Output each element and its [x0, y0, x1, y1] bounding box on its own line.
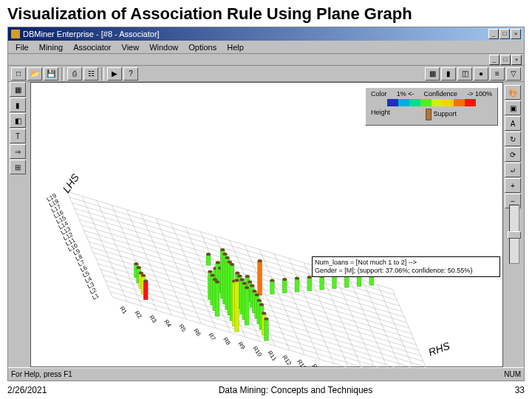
menu-file[interactable]: File [11, 42, 33, 52]
svg-point-123 [252, 290, 256, 293]
view-bar-icon[interactable]: ▮ [10, 98, 26, 112]
svg-point-131 [222, 253, 227, 256]
svg-text:R11: R11 [266, 349, 278, 363]
ball-icon[interactable]: ● [474, 67, 488, 81]
svg-point-129 [255, 293, 259, 296]
svg-rect-94 [320, 276, 324, 290]
legend-scale-mid: Confidence [424, 90, 458, 98]
svg-point-117 [250, 284, 254, 287]
save-icon[interactable]: 💾 [44, 67, 58, 81]
svg-point-101 [282, 278, 287, 281]
svg-point-97 [307, 276, 312, 279]
close-button[interactable]: × [511, 29, 521, 39]
legend-bar-icon [426, 109, 432, 120]
svg-point-107 [258, 259, 262, 262]
svg-line-5 [141, 214, 186, 320]
tree-icon[interactable]: ☷ [83, 67, 98, 81]
rule-icon[interactable]: ≡ [490, 67, 505, 81]
plane-icon[interactable]: ◫ [457, 67, 472, 81]
view-grid-icon[interactable]: ▦ [10, 82, 26, 97]
view-text-icon[interactable]: T [10, 129, 26, 143]
slider-thumb[interactable] [508, 231, 521, 239]
slide-footer-title: Data Mining: Concepts and Techniques [96, 385, 495, 395]
rotate-x-icon[interactable]: ↻ [505, 132, 521, 146]
svg-point-155 [230, 263, 234, 266]
menu-associator[interactable]: Associator [69, 42, 115, 52]
mdi-restore-button[interactable]: □ [500, 55, 511, 65]
svg-point-163 [234, 279, 239, 282]
view-plane-icon[interactable]: ◧ [10, 113, 26, 128]
svg-point-171 [141, 274, 146, 277]
svg-text:R9: R9 [236, 341, 247, 351]
svg-text:R6: R6 [192, 327, 202, 338]
new-icon[interactable]: □ [11, 67, 26, 81]
app-window: DBMiner Enterprise - [#8 - Associator] _… [7, 27, 525, 381]
svg-text:LHS: LHS [60, 171, 81, 195]
slide-footer: 2/26/2021 Data Mining: Concepts and Tech… [0, 383, 532, 398]
grid-icon[interactable]: ▦ [425, 67, 440, 81]
window-title: DBMiner Enterprise - [#8 - Associator] [23, 30, 488, 38]
view-tree-icon[interactable]: ⊞ [10, 160, 26, 174]
rotate-z-icon[interactable]: ⤾ [505, 163, 521, 177]
rule-tooltip: Num_loans = [Not much 1 to 2] --> Gender… [312, 256, 500, 277]
svg-line-6 [156, 219, 201, 324]
app-icon [11, 30, 20, 38]
menu-window[interactable]: Window [145, 42, 183, 52]
svg-text:R4: R4 [163, 318, 173, 329]
menu-mining[interactable]: Mining [35, 42, 67, 52]
svg-point-105 [206, 253, 211, 256]
zoom-in-icon[interactable]: + [505, 178, 521, 193]
svg-text:R8: R8 [222, 336, 232, 347]
filter-icon[interactable]: ▽ [506, 67, 521, 81]
open-icon[interactable]: 📂 [27, 67, 42, 81]
svg-point-121 [235, 271, 239, 274]
run-icon[interactable]: ▶ [107, 67, 122, 81]
svg-rect-104 [206, 254, 211, 265]
menu-options[interactable]: Options [184, 42, 221, 52]
svg-point-151 [262, 312, 266, 315]
svg-point-135 [257, 299, 262, 301]
menu-help[interactable]: Help [222, 42, 248, 52]
legend-scale-left: 1% <- [397, 90, 415, 98]
tooltip-line2: Gender = [M]; (support: 37.06%; confiden… [315, 267, 497, 275]
svg-line-19 [348, 276, 393, 372]
palette-icon[interactable]: 🎨 [505, 85, 521, 100]
threshold-slider[interactable] [509, 205, 519, 264]
mdi-close-button[interactable]: × [511, 55, 522, 65]
print-icon[interactable]: ⎙ [67, 67, 82, 81]
svg-rect-96 [307, 277, 312, 291]
svg-rect-156 [264, 319, 268, 341]
window-titlebar: DBMiner Enterprise - [#8 - Associator] _… [8, 27, 524, 41]
view-rule-icon[interactable]: ⇒ [10, 144, 26, 159]
help-icon[interactable]: ? [123, 67, 138, 81]
svg-point-149 [245, 286, 249, 289]
plot-viewport: Color 1% <- Confidence -> 100% Height Su… [30, 82, 503, 367]
svg-point-127 [237, 275, 242, 278]
svg-point-143 [259, 303, 264, 306]
svg-rect-100 [282, 279, 287, 293]
status-numlock: NUM [504, 370, 521, 378]
menu-view[interactable]: View [117, 42, 144, 52]
svg-line-2 [97, 201, 142, 307]
legend-scale-right: -> 100% [467, 90, 492, 98]
menubar: File Mining Associator View Window Optio… [8, 41, 524, 54]
bgcolor-icon[interactable]: ▣ [505, 100, 521, 115]
svg-point-103 [270, 279, 274, 282]
svg-rect-158 [215, 282, 219, 317]
left-toolbar: ▦ ▮ ◧ T ⇒ ⊞ [10, 82, 29, 174]
svg-text:R3: R3 [148, 314, 158, 324]
rotate-y-icon[interactable]: ⟳ [505, 147, 521, 162]
svg-rect-162 [234, 281, 239, 332]
svg-line-3 [112, 205, 157, 311]
svg-point-133 [240, 279, 245, 282]
maximize-button[interactable]: □ [499, 29, 510, 39]
status-help-text: For Help, press F1 [11, 370, 72, 378]
font-icon[interactable]: A [505, 116, 521, 131]
bar-icon[interactable]: ▮ [441, 67, 456, 81]
svg-point-157 [264, 318, 268, 321]
plane-graph[interactable]: R1R2R3R4R5R6R7R8R9R10R11R12R13R14R15R16R… [46, 127, 489, 371]
svg-point-167 [137, 266, 141, 269]
mdi-minimize-button[interactable]: _ [489, 55, 499, 65]
minimize-button[interactable]: _ [488, 29, 499, 39]
svg-rect-106 [258, 261, 262, 296]
